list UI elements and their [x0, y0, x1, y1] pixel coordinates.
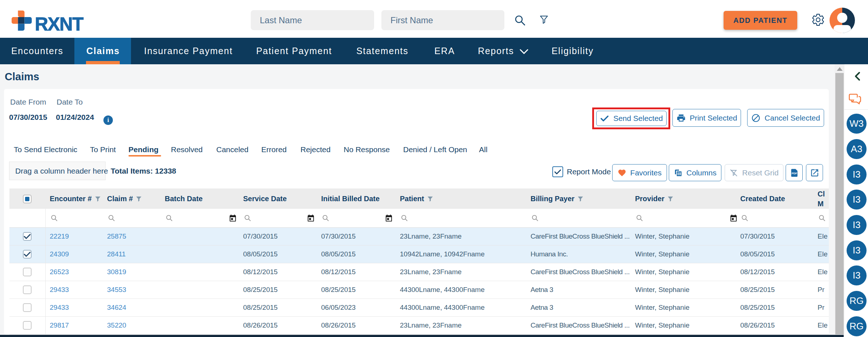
svg-text:PDF: PDF: [791, 172, 797, 175]
